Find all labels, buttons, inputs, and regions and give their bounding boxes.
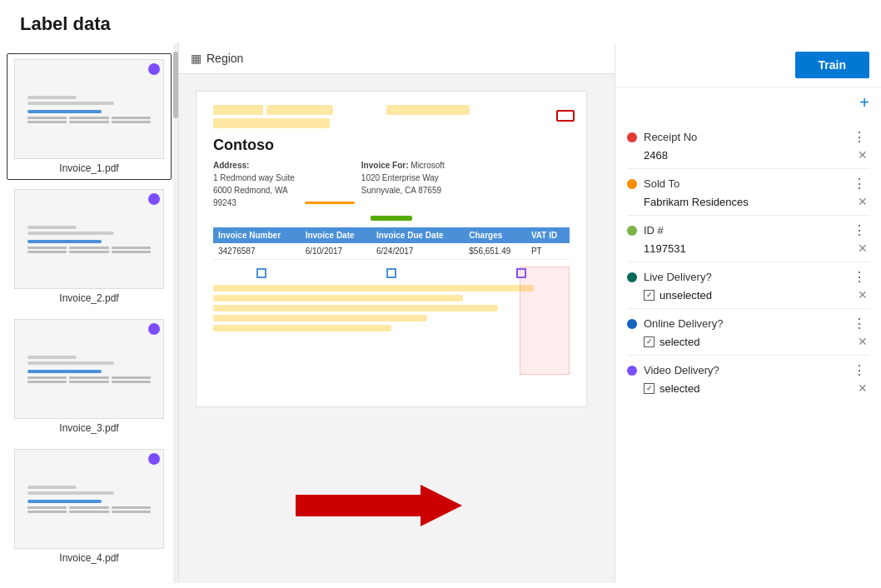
sidebar-item-doc3[interactable]: Invoice_3.pdf — [7, 313, 172, 440]
field-box-3 — [386, 105, 470, 115]
doc-dot-badge — [148, 63, 160, 75]
label-close-button[interactable]: ✕ — [856, 195, 869, 208]
field-box-4 — [213, 118, 330, 128]
region-label: Region — [207, 52, 243, 65]
thumb-content — [22, 478, 156, 520]
label-close-button[interactable]: ✕ — [856, 242, 869, 255]
train-button[interactable]: Train — [795, 52, 869, 78]
highlight-rows — [213, 285, 570, 331]
label-close-button[interactable]: ✕ — [856, 335, 869, 348]
checkbox-2 — [386, 268, 396, 278]
doc-thumbnail — [14, 59, 164, 159]
arrow-svg — [296, 485, 462, 526]
doc-label: Invoice_1.pdf — [14, 162, 164, 174]
sidebar-item-doc4[interactable]: Invoice_4.pdf — [7, 443, 172, 570]
doc-thumbnail — [14, 449, 164, 549]
scrollbar-thumb[interactable] — [173, 52, 178, 118]
label-dot — [627, 226, 637, 236]
label-close-button[interactable]: ✕ — [856, 288, 869, 301]
table-row: 342765876/10/20176/24/2017$56,651.49PT — [213, 243, 570, 260]
orange-underline — [305, 202, 355, 204]
label-header: Sold To ⋮ — [627, 171, 869, 193]
table-cell: PT — [526, 243, 570, 260]
table-cell: 6/24/2017 — [371, 243, 464, 260]
label-value-row: ✓ selected ✕ — [627, 380, 869, 400]
label-divider — [627, 168, 869, 169]
table-header: Invoice Number — [213, 227, 301, 243]
label-name: ID # — [644, 224, 849, 237]
label-item-receipt-no: Receipt No ⋮ 2468 ✕ — [615, 124, 881, 167]
label-more-button[interactable]: ⋮ — [849, 176, 869, 192]
red-box — [556, 110, 575, 122]
label-close-button[interactable]: ✕ — [856, 381, 869, 395]
label-dot — [627, 366, 637, 376]
thumb-content — [22, 348, 156, 390]
region-toolbar: ▦ Region — [179, 43, 615, 74]
label-name: Online Delivery? — [644, 317, 849, 330]
label-more-button[interactable]: ⋮ — [849, 222, 869, 238]
label-close-button[interactable]: ✕ — [856, 148, 869, 162]
invoice-address: Address: 1 Redmond way Suite 6000 Redmon… — [213, 159, 295, 209]
label-header: ID # ⋮ — [627, 217, 869, 240]
label-header: Live Delivery? ⋮ — [627, 264, 869, 287]
label-value-row: ✓ selected ✕ — [627, 333, 869, 353]
green-bar — [371, 216, 412, 221]
label-dot — [627, 272, 637, 282]
label-more-button[interactable]: ⋮ — [849, 362, 869, 378]
table-cell: 34276587 — [213, 243, 301, 260]
doc-label: Invoice_2.pdf — [14, 292, 164, 304]
svg-marker-0 — [296, 485, 462, 526]
label-divider — [627, 215, 869, 216]
table-cell: $56,651.49 — [464, 243, 526, 260]
label-more-button[interactable]: ⋮ — [849, 269, 869, 285]
label-checkbox-icon: ✓ — [644, 336, 655, 347]
add-label-row: + — [615, 87, 881, 117]
sidebar-item-doc1[interactable]: Invoice_1.pdf — [7, 53, 172, 180]
label-header: Receipt No ⋮ — [627, 124, 869, 147]
add-label-button[interactable]: + — [859, 94, 869, 111]
label-more-button[interactable]: ⋮ — [849, 129, 869, 145]
top-fields — [213, 105, 570, 128]
label-dot — [627, 132, 637, 142]
label-value-row: Fabrikam Residences ✕ — [627, 193, 869, 213]
hl-row-2 — [213, 295, 463, 301]
green-bar-row — [213, 216, 570, 221]
label-checkbox-icon: ✓ — [644, 383, 655, 394]
red-arrow — [296, 485, 462, 526]
label-list: Receipt No ⋮ 2468 ✕ Sold To ⋮ Fabrikam R… — [615, 117, 881, 408]
doc-canvas: Contoso Address: 1 Redmond way Suite 600… — [179, 74, 615, 576]
thumb-content — [22, 88, 156, 130]
table-header: Charges — [464, 227, 526, 243]
label-name: Sold To — [644, 177, 849, 190]
label-value: 2468 — [644, 149, 856, 162]
table-header: VAT ID — [526, 227, 570, 243]
page-title: Label data — [0, 0, 881, 43]
invoice-body: Address: 1 Redmond way Suite 6000 Redmon… — [213, 159, 570, 209]
label-more-button[interactable]: ⋮ — [849, 316, 869, 331]
label-item-id-hash: ID # ⋮ 1197531 ✕ — [615, 217, 881, 260]
label-name: Receipt No — [644, 131, 849, 143]
label-value: unselected — [660, 289, 856, 301]
invoice-for: Invoice For: Microsoft 1020 Enterprise W… — [361, 159, 445, 209]
document-sidebar: Invoice_1.pdf Invoice_2.pdf — [0, 43, 179, 583]
sidebar-item-doc2[interactable]: Invoice_2.pdf — [7, 183, 172, 310]
document-viewer: ▦ Region Contoso Address: — [179, 43, 615, 583]
hl-row-3 — [213, 305, 498, 311]
label-value-row: ✓ unselected ✕ — [627, 287, 869, 306]
label-item-video-delivery: Video Delivery? ⋮ ✓ selected ✕ — [615, 357, 881, 400]
label-value-row: 2468 ✕ — [627, 147, 869, 167]
hl-row-1 — [213, 285, 534, 292]
doc-dot-badge — [148, 453, 160, 465]
label-dot — [627, 319, 637, 329]
label-value-row: 1197531 ✕ — [627, 240, 869, 260]
doc-label: Invoice_3.pdf — [14, 422, 164, 434]
label-header: Online Delivery? ⋮ — [627, 311, 869, 333]
train-toolbar: Train — [615, 43, 881, 87]
table-cell: 6/10/2017 — [301, 243, 371, 260]
hl-row-5 — [213, 325, 391, 331]
doc-thumbnail — [14, 189, 164, 289]
label-name: Video Delivery? — [644, 364, 849, 376]
pink-region — [520, 267, 570, 375]
field-box-1 — [213, 105, 263, 115]
label-header: Video Delivery? ⋮ — [627, 357, 869, 380]
